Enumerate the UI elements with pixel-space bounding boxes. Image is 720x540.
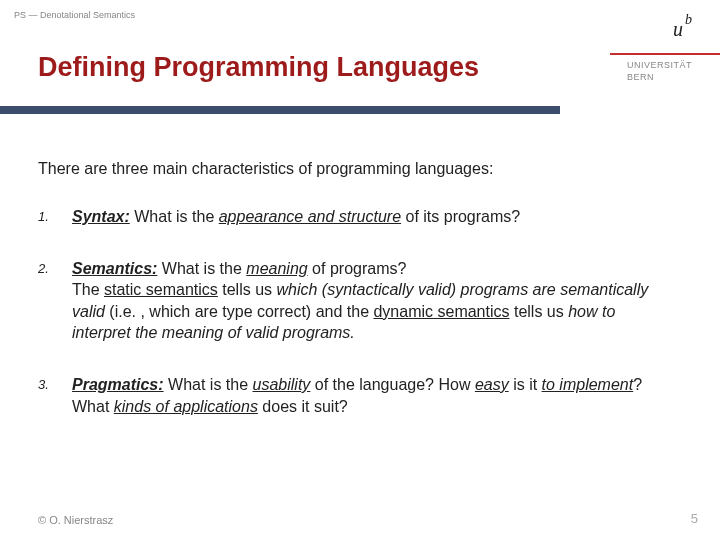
item-number: 2. <box>38 258 72 344</box>
t: (i.e. , which are type correct) and the <box>105 303 374 320</box>
t: meaning <box>246 260 307 277</box>
item-body: Syntax: What is the appearance and struc… <box>72 206 672 228</box>
footer-copyright: © O. Nierstrasz <box>38 514 113 526</box>
item-number: 1. <box>38 206 72 228</box>
t: of the language? How <box>310 376 475 393</box>
title-underline <box>0 106 560 114</box>
university-logo: ub UNIVERSITÄT BERN <box>595 0 720 120</box>
t: tells us <box>510 303 569 320</box>
logo-divider <box>610 53 720 55</box>
intro-text: There are three main characteristics of … <box>38 160 672 178</box>
list-item: 2. Semantics: What is the meaning of pro… <box>38 258 672 344</box>
t: tells us <box>218 281 277 298</box>
logo-text: UNIVERSITÄT BERN <box>627 60 692 83</box>
list-item: 3. Pragmatics: What is the usability of … <box>38 374 672 417</box>
logo-mark-main: u <box>673 18 683 40</box>
logo-mark-sup: b <box>685 12 692 27</box>
t: The <box>72 281 104 298</box>
t: usability <box>253 376 311 393</box>
t: of programs? <box>308 260 407 277</box>
header: PS — Denotational Semantics Defining Pro… <box>0 0 720 120</box>
t: dynamic semantics <box>373 303 509 320</box>
item-body: Semantics: What is the meaning of progra… <box>72 258 672 344</box>
content: There are three main characteristics of … <box>38 160 672 447</box>
item-term: Pragmatics: <box>72 376 164 393</box>
t: is it <box>509 376 542 393</box>
t: easy <box>475 376 509 393</box>
breadcrumb: PS — Denotational Semantics <box>14 10 135 20</box>
logo-mark: ub <box>673 18 690 41</box>
t: of its programs? <box>401 208 520 225</box>
logo-line1: UNIVERSITÄT <box>627 60 692 70</box>
t: What is the <box>130 208 219 225</box>
page-number: 5 <box>691 511 698 526</box>
item-body: Pragmatics: What is the usability of the… <box>72 374 672 417</box>
t: does it suit? <box>258 398 348 415</box>
item-term: Syntax: <box>72 208 130 225</box>
t: to implement <box>542 376 634 393</box>
t: What is the <box>157 260 246 277</box>
t: static semantics <box>104 281 218 298</box>
item-number: 3. <box>38 374 72 417</box>
t: appearance and structure <box>219 208 401 225</box>
item-term: Semantics: <box>72 260 157 277</box>
logo-line2: BERN <box>627 72 654 82</box>
t: kinds of applications <box>114 398 258 415</box>
list-item: 1. Syntax: What is the appearance and st… <box>38 206 672 228</box>
t: What is the <box>164 376 253 393</box>
slide-title: Defining Programming Languages <box>38 52 479 83</box>
